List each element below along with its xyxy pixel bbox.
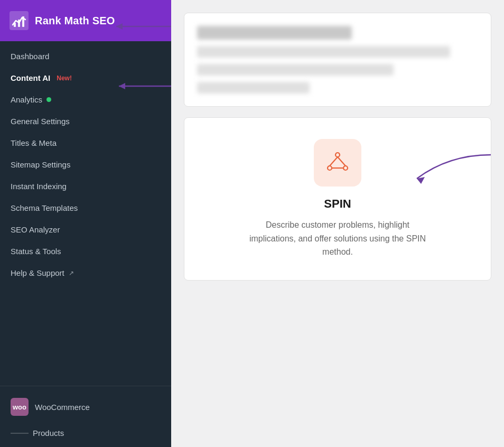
analytics-status-dot — [46, 97, 51, 102]
spin-description: Describe customer problems, highlight im… — [248, 218, 427, 259]
status-tools-label: Status & Tools — [11, 247, 61, 256]
products-icon — [11, 433, 29, 434]
rank-math-logo-icon — [10, 11, 29, 30]
instant-indexing-label: Instant Indexing — [11, 182, 67, 191]
sidebar-nav: Dashboard Content AI New! Analytics Gene… — [0, 41, 171, 386]
sitemap-settings-label: Sitemap Settings — [11, 160, 70, 169]
blurred-title-line — [197, 26, 352, 40]
sidebar-item-sitemap-settings[interactable]: Sitemap Settings — [0, 154, 171, 175]
sidebar-item-status-tools[interactable]: Status & Tools — [0, 240, 171, 262]
sidebar-item-instant-indexing[interactable]: Instant Indexing — [0, 175, 171, 197]
arrow-to-spin — [364, 150, 501, 192]
content-ai-label: Content AI — [11, 73, 50, 82]
svg-rect-3 — [22, 16, 24, 27]
spin-icon — [324, 150, 351, 176]
sidebar-item-dashboard[interactable]: Dashboard — [0, 45, 171, 67]
seo-analyzer-label: SEO Analyzer — [11, 225, 60, 234]
svg-point-9 — [328, 166, 332, 170]
sidebar-item-woocommerce[interactable]: woo WooCommerce — [0, 390, 171, 423]
help-support-label: Help & Support — [11, 268, 64, 277]
woocommerce-icon: woo — [11, 398, 29, 416]
schema-templates-label: Schema Templates — [11, 203, 78, 212]
sidebar-item-products[interactable]: Products — [0, 423, 171, 443]
spin-icon-wrapper — [314, 139, 361, 187]
spin-card: SPIN Describe customer problems, highlig… — [184, 117, 491, 281]
spin-title: SPIN — [324, 197, 351, 211]
sidebar-item-general-settings[interactable]: General Settings — [0, 110, 171, 132]
svg-line-11 — [330, 157, 338, 166]
titles-meta-label: Titles & Meta — [11, 138, 57, 147]
dashboard-label: Dashboard — [11, 52, 49, 61]
sidebar-footer: woo WooCommerce Products — [0, 386, 171, 447]
svg-rect-1 — [14, 23, 16, 27]
svg-line-12 — [338, 157, 346, 166]
sidebar-header: Rank Math SEO — [0, 0, 171, 41]
analytics-label: Analytics — [11, 95, 42, 104]
products-label: Products — [33, 429, 64, 437]
sidebar-item-analytics[interactable]: Analytics — [0, 89, 171, 110]
sidebar-item-titles-meta[interactable]: Titles & Meta — [0, 132, 171, 154]
sidebar-item-content-ai[interactable]: Content AI New! — [0, 67, 171, 89]
svg-point-10 — [343, 166, 348, 170]
blurred-line-2 — [197, 64, 394, 76]
sidebar-item-seo-analyzer[interactable]: SEO Analyzer — [0, 219, 171, 240]
woocommerce-label: WooCommerce — [35, 403, 90, 412]
main-content: SPIN Describe customer problems, highlig… — [171, 0, 504, 447]
general-settings-label: General Settings — [11, 117, 70, 126]
external-link-icon: ↗ — [69, 269, 74, 277]
new-badge: New! — [57, 74, 72, 82]
blurred-card-top — [184, 13, 491, 107]
sidebar-item-schema-templates[interactable]: Schema Templates — [0, 197, 171, 219]
sidebar-title: Rank Math SEO — [35, 15, 115, 27]
svg-rect-2 — [18, 20, 20, 27]
sidebar-item-help-support[interactable]: Help & Support ↗ — [0, 262, 171, 284]
svg-point-8 — [335, 153, 340, 157]
blurred-line-3 — [197, 82, 310, 94]
blurred-line-1 — [197, 46, 450, 58]
